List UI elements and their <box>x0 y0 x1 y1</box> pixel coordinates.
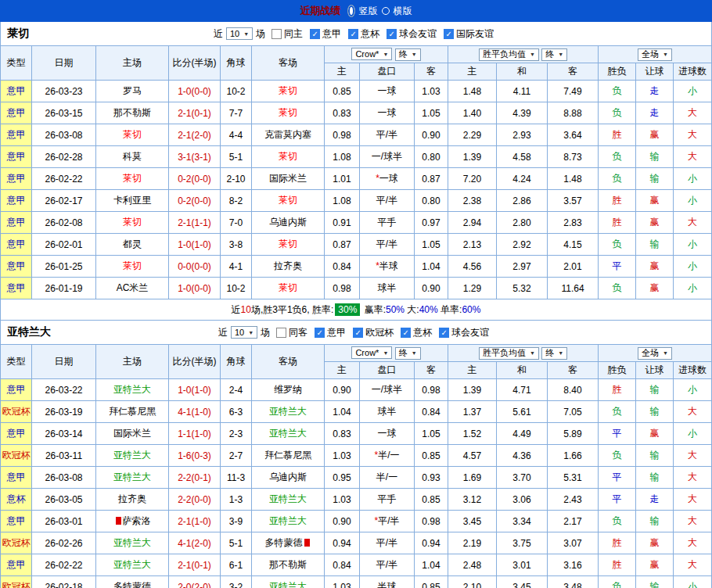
result-overunder: 小 <box>674 168 712 190</box>
match-count-select[interactable]: 10▼ <box>226 27 253 40</box>
away-team: 国际米兰 <box>252 168 325 190</box>
away-team: 莱切 <box>252 81 325 102</box>
result-handicap: 输 <box>636 401 674 423</box>
summary-text: 单率: <box>438 303 462 317</box>
avg-odds-select[interactable]: 胜平负均值▼ <box>479 48 539 61</box>
handicap-odds-home: 0.84 <box>325 256 360 278</box>
avg-draw-odds: 4.24 <box>497 168 548 190</box>
checked-checkbox[interactable]: ✓ <box>439 328 449 338</box>
col-result-wdl: 胜负 <box>599 63 636 81</box>
match-date: 26-03-15 <box>32 102 96 124</box>
match-date: 26-02-22 <box>32 168 96 190</box>
odds-change-star: * <box>376 173 379 184</box>
match-date: 26-02-17 <box>32 190 96 212</box>
away-team: 莱切 <box>252 278 325 299</box>
final-avg-select[interactable]: 终▼ <box>541 48 567 61</box>
league-type: 意甲 <box>1 234 32 256</box>
handicap-odds-away: 0.85 <box>415 445 448 467</box>
handicap-odds-away: 1.04 <box>415 554 448 576</box>
bookmaker-select[interactable]: Crow*▼ <box>351 48 392 60</box>
result-handicap: 赢 <box>636 554 674 576</box>
avg-away-odds: 7.05 <box>548 401 599 423</box>
checked-checkbox[interactable]: ✓ <box>310 29 320 39</box>
avg-home-odds: 2.29 <box>448 124 497 146</box>
corners: 5-1 <box>221 532 252 554</box>
corners: 3-8 <box>221 234 252 256</box>
handicap-odds-home: 0.98 <box>325 278 360 299</box>
title-bar: 近期战绩 竖版 横版 <box>0 0 712 22</box>
col-type: 类型 <box>1 46 32 81</box>
result-handicap: 赢 <box>636 124 674 146</box>
result-handicap: 输 <box>636 168 674 190</box>
vertical-radio[interactable] <box>347 5 355 17</box>
result-overunder: 小 <box>674 234 712 256</box>
result-handicap: 走 <box>636 102 674 124</box>
score: 2-2(0-1) <box>169 467 221 489</box>
result-overunder: 大 <box>674 401 712 423</box>
league-type: 意甲 <box>1 190 32 212</box>
checkbox-label: 欧冠杯 <box>365 326 394 339</box>
final-avg-select[interactable]: 终▼ <box>541 347 567 360</box>
unchecked-checkbox[interactable] <box>276 328 286 338</box>
avg-away-odds: 5.89 <box>548 423 599 445</box>
scope-select[interactable]: 全场▼ <box>638 48 672 61</box>
result-handicap: 走 <box>636 81 674 102</box>
horizontal-radio[interactable] <box>382 7 390 15</box>
table-row: 欧冠杯26-03-19拜仁慕尼黑4-1(1-0)6-3亚特兰大1.04球半0.8… <box>1 401 712 423</box>
league-type: 意甲 <box>1 423 32 445</box>
result-wdl: 胜 <box>599 124 636 146</box>
result-wdl: 负 <box>599 102 636 124</box>
avg-odds-select[interactable]: 胜平负均值▼ <box>479 347 539 360</box>
table-row: 意甲26-01-19AC米兰1-0(0-0)10-2莱切0.98球半0.901.… <box>1 278 712 299</box>
red-card-icon <box>304 539 310 547</box>
handicap-line: 半/一 <box>360 467 415 489</box>
col-euro-away: 客 <box>548 63 599 81</box>
team-section-header-2: 亚特兰大 近 10▼ 场 同客✓意甲✓欧冠杯✓意杯✓球会友谊 <box>0 321 712 344</box>
home-team: 亚特兰大 <box>96 467 169 489</box>
checked-checkbox[interactable]: ✓ <box>315 328 325 338</box>
result-wdl: 胜 <box>599 554 636 576</box>
result-wdl: 负 <box>599 168 636 190</box>
result-wdl: 负 <box>599 576 636 588</box>
handicap-odds-home: 1.03 <box>325 445 360 467</box>
avg-away-odds: 1.48 <box>548 168 599 190</box>
checked-checkbox[interactable]: ✓ <box>444 29 454 39</box>
avg-draw-odds: 5.61 <box>497 401 548 423</box>
home-team: 多特蒙德 <box>96 576 169 588</box>
result-handicap: 走 <box>636 489 674 511</box>
summary-text: 近 <box>232 303 241 317</box>
scope-select[interactable]: 全场▼ <box>638 347 672 360</box>
checked-checkbox[interactable]: ✓ <box>353 328 363 338</box>
result-wdl: 平 <box>599 423 636 445</box>
table-row: 意甲26-03-14国际米兰1-1(1-0)2-3亚特兰大0.83一球1.051… <box>1 423 712 445</box>
score: 0-2(0-0) <box>169 190 221 212</box>
checkbox-label: 同主 <box>284 27 303 41</box>
avg-home-odds: 2.19 <box>448 532 497 554</box>
checked-checkbox[interactable]: ✓ <box>387 29 397 39</box>
bookmaker-select[interactable]: Crow*▼ <box>351 346 392 359</box>
col-corner: 角球 <box>221 345 252 379</box>
table-row: 意甲26-02-01都灵1-0(1-0)3-8莱切0.87平/半1.052.13… <box>1 234 712 256</box>
avg-home-odds: 7.20 <box>448 168 497 190</box>
chevron-down-icon: ▼ <box>663 52 668 57</box>
checked-checkbox[interactable]: ✓ <box>348 29 358 39</box>
checked-checkbox[interactable]: ✓ <box>401 328 411 338</box>
final-odds-select[interactable]: 终▼ <box>395 347 421 360</box>
score: 1-6(0-3) <box>169 445 221 467</box>
home-team: 亚特兰大 <box>96 445 169 467</box>
handicap-odds-away: 0.80 <box>415 146 448 168</box>
final-odds-select[interactable]: 终▼ <box>395 48 421 61</box>
unchecked-checkbox[interactable] <box>271 29 282 39</box>
result-wdl: 负 <box>599 445 636 467</box>
table-row: 意甲26-03-22亚特兰大1-0(1-0)2-4维罗纳0.90一/球半0.98… <box>1 379 712 401</box>
chevron-down-icon: ▼ <box>412 350 417 356</box>
league-type: 意甲 <box>1 212 32 234</box>
checkbox-label: 国际友谊 <box>456 27 494 41</box>
away-team: 维罗纳 <box>252 379 325 401</box>
avg-draw-odds: 3.01 <box>497 554 548 576</box>
handicap-line: 平/半 <box>360 234 415 256</box>
match-count-select[interactable]: 10▼ <box>231 326 257 339</box>
checkbox-label: 意杯 <box>413 326 432 339</box>
handicap-odds-home: 0.87 <box>325 234 360 256</box>
corners: 6-1 <box>221 554 252 576</box>
